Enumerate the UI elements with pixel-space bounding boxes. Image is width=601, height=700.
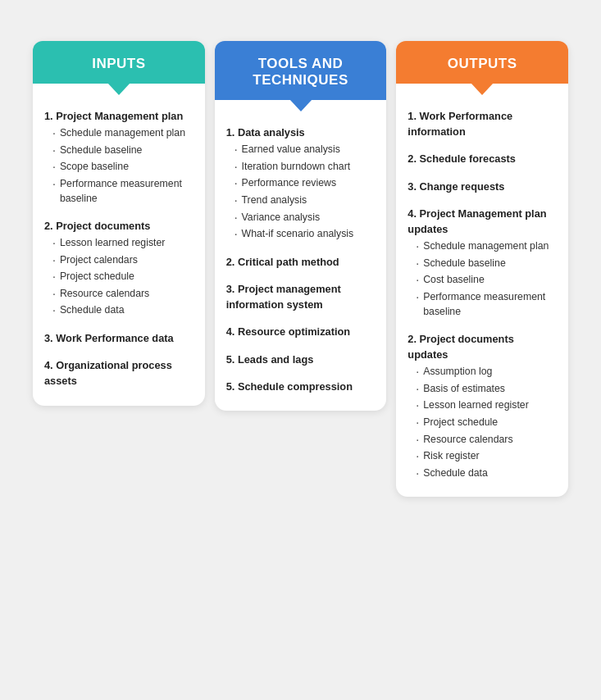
sub-item-outputs-4-0: Assumption log	[416, 364, 557, 380]
sub-item-inputs-1-3: Resource calendars	[52, 286, 194, 302]
column-outputs: OUTPUTS1. Work Performance information2.…	[396, 41, 568, 497]
column-tools: TOOLS AND TECHNIQUES1. Data analysisEarn…	[215, 41, 387, 411]
sub-item-tools-0-5: What-if scenario analysis	[234, 226, 376, 243]
main-item-inputs-2: 3. Work Performance data	[44, 330, 194, 346]
sub-item-tools-0-3: Trend analysis	[234, 193, 376, 209]
main-item-inputs-3: 4. Organizational process assets	[44, 357, 194, 389]
sub-item-inputs-1-0: Lesson learned register	[52, 235, 194, 252]
sub-item-tools-0-4: Variance analysis	[234, 210, 376, 226]
sub-item-inputs-1-1: Project calendars	[52, 252, 194, 269]
sub-item-tools-0-1: Iteration burndown chart	[234, 159, 376, 175]
header-tools: TOOLS AND TECHNIQUES	[215, 41, 387, 100]
sub-item-outputs-4-3: Project schedule	[416, 415, 557, 431]
header-outputs: OUTPUTS	[396, 41, 568, 84]
sub-item-tools-0-0: Earned value analysis	[234, 142, 376, 158]
main-item-outputs-3: 4. Project Management plan updates	[407, 206, 557, 237]
main-item-tools-5: 5. Schedule compression	[226, 379, 376, 394]
main-item-inputs-0: 1. Project Management plan	[44, 108, 194, 124]
sub-item-outputs-3-0: Schedule management plan	[416, 239, 557, 255]
sub-item-outputs-4-4: Resource calendars	[416, 432, 557, 448]
sub-item-outputs-4-5: Risk register	[416, 448, 557, 465]
sub-item-inputs-1-2: Project schedule	[52, 269, 194, 285]
sub-list-inputs-1: Lesson learned registerProject calendars…	[44, 235, 194, 319]
sub-item-inputs-0-3: Performance measurement baseline	[52, 176, 194, 207]
sub-item-inputs-0-1: Schedule baseline	[52, 143, 194, 159]
main-item-tools-0: 1. Data analysis	[226, 125, 376, 140]
column-inputs: INPUTS1. Project Management planSchedule…	[33, 41, 205, 406]
main-item-outputs-0: 1. Work Performance information	[407, 108, 557, 139]
sub-list-inputs-0: Schedule management planSchedule baselin…	[44, 125, 194, 207]
sub-list-outputs-3: Schedule management planSchedule baselin…	[407, 239, 557, 320]
sub-list-tools-0: Earned value analysisIteration burndown …	[226, 142, 376, 243]
main-item-outputs-4: 2. Project documents updates	[407, 331, 557, 362]
sub-item-outputs-3-1: Schedule baseline	[416, 256, 557, 272]
sub-item-outputs-4-2: Lesson learned register	[416, 398, 557, 414]
main-item-tools-1: 2. Critical path method	[226, 254, 376, 270]
body-outputs: 1. Work Performance information2. Schedu…	[396, 84, 568, 497]
sub-list-outputs-4: Assumption logBasis of estimatesLesson l…	[407, 364, 557, 481]
sub-item-outputs-3-2: Cost baseline	[416, 272, 557, 289]
body-inputs: 1. Project Management planSchedule manag…	[33, 84, 205, 406]
sub-item-inputs-1-4: Schedule data	[52, 302, 194, 319]
main-item-tools-2: 3. Project management information system	[226, 281, 376, 312]
sub-item-inputs-0-0: Schedule management plan	[52, 125, 194, 142]
sub-item-inputs-0-2: Scope baseline	[52, 159, 194, 175]
sub-item-outputs-3-3: Performance measurement baseline	[416, 289, 557, 320]
sub-item-outputs-4-6: Schedule data	[416, 466, 557, 482]
main-item-outputs-1: 2. Schedule forecasts	[407, 151, 557, 166]
sub-item-outputs-4-1: Basis of estimates	[416, 381, 557, 398]
body-tools: 1. Data analysisEarned value analysisIte…	[215, 100, 387, 411]
main-container: INPUTS1. Project Management planSchedule…	[16, 16, 585, 700]
sub-item-tools-0-2: Performance reviews	[234, 175, 376, 192]
header-inputs: INPUTS	[33, 41, 205, 84]
main-item-tools-3: 4. Resource optimization	[226, 324, 376, 339]
main-item-inputs-1: 2. Project documents	[44, 218, 194, 234]
main-item-outputs-2: 3. Change requests	[407, 179, 557, 194]
main-item-tools-4: 5. Leads and lags	[226, 352, 376, 367]
